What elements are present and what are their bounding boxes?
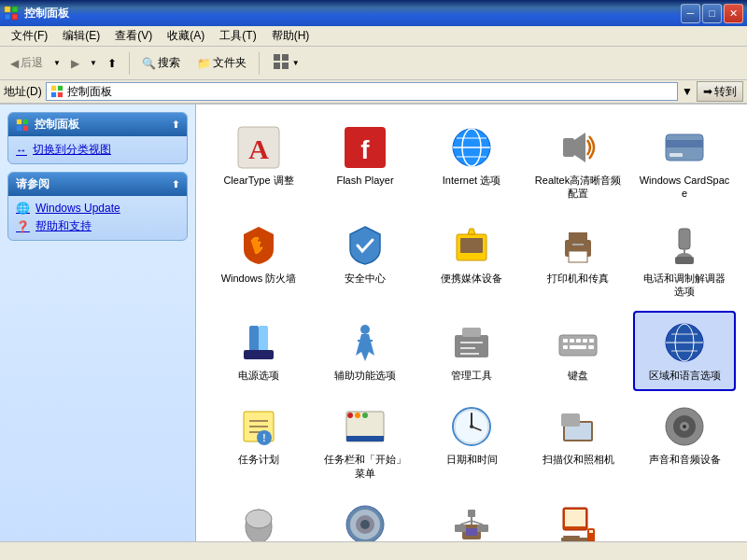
switch-view-link[interactable]: ↔ 切换到分类视图 [16, 142, 179, 158]
menu-view[interactable]: 查看(V) [107, 26, 160, 46]
icon-item-internet[interactable]: Internet 选项 [420, 116, 523, 210]
search-button[interactable]: 🔍 搜索 [135, 51, 187, 75]
up-button[interactable]: ⬆ [101, 53, 123, 74]
address-dropdown-icon[interactable]: ▼ [682, 85, 693, 98]
svg-rect-7 [282, 63, 289, 69]
icon-item-network[interactable]: 网络连接 [420, 493, 523, 541]
icon-item-modem[interactable]: 电话和调制解调器选项 [633, 214, 736, 308]
svg-rect-101 [455, 525, 466, 532]
status-bar [0, 541, 747, 560]
svg-rect-45 [462, 328, 481, 337]
icon-item-mouse[interactable]: 鼠标 [207, 493, 310, 541]
icon-item-scanner[interactable]: 扫描仪和照相机 [527, 395, 629, 489]
switch-view-icon: ↔ [16, 144, 27, 157]
sidebar-section-seealso: 请参阅 ⬆ 🌐 Windows Update ❓ 帮助和支持 [7, 172, 188, 241]
svg-rect-97 [468, 510, 475, 517]
cleartype-label: ClearType 调整 [223, 174, 293, 187]
back-dropdown-icon[interactable]: ▼ [53, 59, 61, 67]
svg-rect-3 [12, 14, 18, 20]
svg-rect-5 [282, 54, 289, 61]
title-bar: 控制面板 ─ □ ✕ [0, 0, 747, 26]
icon-item-security[interactable]: 安全中心 [314, 214, 416, 308]
svg-rect-50 [563, 339, 568, 343]
icon-item-datetime[interactable]: 日期和时间 [420, 395, 523, 489]
svg-rect-0 [5, 7, 10, 12]
menu-help[interactable]: 帮助(H) [264, 26, 317, 46]
sidebar: 控制面板 ⬆ ↔ 切换到分类视图 请参阅 ⬆ 🌐 Windows Update [0, 105, 196, 541]
icon-item-addremove[interactable]: 添加或删除程序 [314, 493, 416, 541]
keyboard-icon [556, 320, 600, 365]
icon-item-keyboard[interactable]: 键盘 [527, 311, 629, 391]
network-icon [449, 502, 494, 541]
icon-item-taskbar[interactable]: 任务栏和「开始」菜单 [314, 395, 416, 489]
svg-line-99 [460, 521, 472, 525]
search-icon: 🔍 [142, 57, 156, 70]
menu-tools[interactable]: 工具(T) [212, 26, 263, 46]
icon-item-region[interactable]: 区域和语言选项 [633, 311, 736, 391]
views-button[interactable]: ▼ [265, 49, 306, 77]
icon-item-tasks[interactable]: ! 任务计划 [207, 395, 310, 489]
menu-file[interactable]: 文件(F) [4, 26, 55, 46]
flash-icon: f [343, 125, 388, 170]
scanner-icon [556, 404, 600, 449]
svg-rect-27 [666, 140, 703, 147]
icon-item-admin[interactable]: 管理工具 [420, 311, 523, 391]
windows-update-label: Windows Update [35, 202, 120, 215]
audio-icon [556, 125, 600, 170]
address-value: 控制面板 [67, 84, 112, 100]
maximize-button[interactable]: □ [702, 4, 722, 23]
sidebar-section-header-controlpanel[interactable]: 控制面板 ⬆ [8, 113, 187, 136]
search-label: 搜索 [158, 55, 180, 71]
icon-item-system[interactable]: 系统 [527, 493, 629, 541]
go-button[interactable]: ➡ 转到 [697, 81, 743, 102]
icon-item-printer[interactable]: 打印机和传真 [527, 214, 629, 308]
windows-update-link[interactable]: 🌐 Windows Update [16, 202, 179, 215]
icon-item-sound[interactable]: 声音和音频设备 [633, 395, 736, 489]
svg-point-90 [246, 510, 272, 528]
sound-icon [662, 404, 707, 449]
help-support-link[interactable]: ❓ 帮助和支持 [16, 218, 179, 234]
svg-rect-51 [570, 339, 574, 343]
go-label: 转到 [714, 84, 737, 100]
svg-rect-13 [23, 119, 28, 123]
svg-rect-58 [588, 345, 594, 349]
forward-button[interactable]: ▶ [64, 53, 86, 74]
icon-item-firewall[interactable]: Windows 防火墙 [207, 214, 310, 308]
addremove-icon [343, 502, 388, 541]
svg-rect-11 [58, 92, 63, 97]
collapse-icon: ⬆ [172, 119, 179, 130]
address-field[interactable]: 控制面板 [46, 82, 678, 101]
sidebar-section-content-controlpanel: ↔ 切换到分类视图 [8, 136, 187, 163]
datetime-icon [449, 404, 494, 449]
close-button[interactable]: ✕ [724, 4, 743, 23]
icon-item-flash[interactable]: f Flash Player [314, 116, 416, 210]
icon-item-portable[interactable]: 便携媒体设备 [420, 214, 523, 308]
forward-dropdown-icon[interactable]: ▼ [90, 59, 97, 67]
menu-edit[interactable]: 编辑(E) [55, 26, 107, 46]
title-bar-buttons: ─ □ ✕ [681, 4, 743, 23]
sidebar-section-content-seealso: 🌐 Windows Update ❓ 帮助和支持 [8, 196, 187, 240]
icon-item-access[interactable]: 辅助功能选项 [314, 311, 416, 391]
svg-rect-34 [569, 251, 587, 262]
power-label: 电源选项 [238, 369, 279, 382]
firewall-label: Windows 防火墙 [221, 272, 297, 285]
firewall-icon [236, 223, 281, 268]
modem-icon [662, 223, 707, 268]
minimize-button[interactable]: ─ [681, 4, 700, 23]
icon-item-cardspace[interactable]: Windows CardSpace [633, 116, 736, 210]
main-area: 控制面板 ⬆ ↔ 切换到分类视图 请参阅 ⬆ 🌐 Windows Update [0, 105, 747, 541]
icon-item-power[interactable]: 电源选项 [207, 311, 310, 391]
views-dropdown-icon[interactable]: ▼ [292, 59, 300, 67]
back-arrow-icon: ◀ [10, 57, 19, 70]
menu-favorites[interactable]: 收藏(A) [160, 26, 212, 46]
back-button[interactable]: ◀ 后退 [4, 51, 49, 75]
icon-item-audio[interactable]: Realtek高清晰音频配置 [527, 116, 629, 210]
sidebar-section-header-seealso[interactable]: 请参阅 ⬆ [8, 173, 187, 196]
title-text: 控制面板 [24, 6, 69, 21]
flash-label: Flash Player [336, 174, 393, 187]
icon-item-cleartype[interactable]: A ClearType 调整 [207, 116, 310, 210]
address-icon [50, 85, 63, 98]
folders-button[interactable]: 📁 文件夹 [190, 51, 253, 75]
svg-line-100 [472, 521, 483, 525]
svg-rect-55 [563, 345, 568, 349]
